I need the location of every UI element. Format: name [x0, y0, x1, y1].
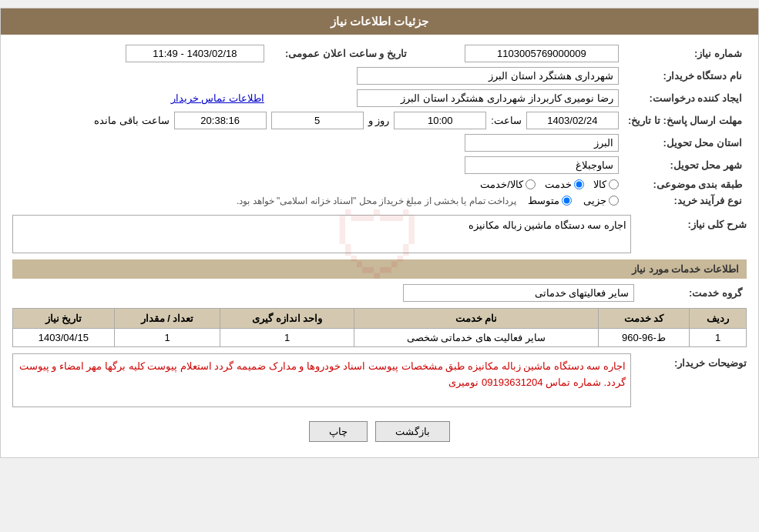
deadline-date: 1403/02/24	[526, 112, 619, 129]
cell-unit: 1	[220, 329, 354, 347]
col-header-date: تاریخ نیاز	[13, 309, 115, 329]
description-value: اجاره سه دستگاه ماشین زباله مکانیزه	[12, 215, 631, 253]
buyer-org-label: نام دستگاه خریدار:	[623, 65, 747, 87]
print-button[interactable]: چاپ	[309, 421, 368, 442]
city-value: ساوجبلاغ	[465, 156, 619, 174]
process-radio-partial[interactable]	[609, 196, 619, 206]
col-header-unit: واحد اندازه گیری	[220, 309, 354, 329]
col-header-row: ردیف	[690, 309, 747, 329]
page-header: جزئیات اطلاعات نیاز	[1, 8, 758, 35]
col-header-code: کد خدمت	[598, 309, 689, 329]
category-option-both: کالا/خدمت	[480, 179, 536, 190]
category-option-service: خدمت	[545, 179, 584, 190]
cell-date: 1403/04/15	[13, 329, 115, 347]
process-radio-medium[interactable]	[562, 196, 572, 206]
process-note: پرداخت تمام یا بخشی از مبلغ خریداز محل "…	[237, 196, 516, 206]
deadline-time: 10:00	[394, 112, 486, 129]
services-table: ردیف کد خدمت نام خدمت واحد اندازه گیری ت…	[12, 308, 747, 347]
deadline-label: مهلت ارسال پاسخ: تا تاریخ:	[623, 109, 747, 132]
deadline-time-label: ساعت:	[491, 115, 522, 126]
category-label-goods: کالا	[593, 179, 606, 190]
cell-name: سایر فعالیت های خدماتی شخصی	[354, 329, 599, 347]
service-group-row: گروه خدمت: سایر فعالیتهای خدماتی	[12, 282, 747, 304]
category-options: کالا خدمت کالا/خدمت	[17, 179, 619, 190]
creator-label: ایجاد کننده درخواست:	[623, 87, 747, 109]
city-label: شهر محل تحویل:	[623, 154, 747, 176]
creator-value: رضا نومیری کاربرداز شهرداری هشتگرد استان…	[357, 89, 619, 107]
category-label-both: کالا/خدمت	[480, 179, 523, 190]
table-row: 1 ط-96-960 سایر فعالیت های خدماتی شخصی 1…	[13, 329, 747, 347]
col-header-name: نام خدمت	[354, 309, 599, 329]
announcement-date-label: تاریخ و ساعت اعلان عمومی:	[269, 42, 423, 65]
category-radio-service[interactable]	[574, 179, 584, 189]
province-value: البرز	[465, 134, 619, 152]
cell-row: 1	[690, 329, 747, 347]
need-number-value: 1103005769000009	[465, 45, 619, 62]
category-label: طبقه بندی موضوعی:	[623, 176, 747, 192]
category-radio-both[interactable]	[526, 179, 536, 189]
description-label: شرح کلی نیاز:	[639, 215, 747, 230]
category-radio-goods[interactable]	[609, 179, 619, 189]
cell-code: ط-96-960	[598, 329, 689, 347]
deadline-days: 5	[271, 112, 364, 129]
services-section-title: اطلاعات خدمات مورد نیاز	[12, 259, 747, 279]
bottom-buttons: بازگشت چاپ	[12, 413, 747, 450]
service-group-value: سایر فعالیتهای خدماتی	[403, 284, 634, 302]
remaining-time: 20:38:16	[174, 112, 267, 129]
page-title: جزئیات اطلاعات نیاز	[331, 15, 428, 28]
process-options: جزیی متوسط پرداخت تمام یا بخشی از مبلغ خ…	[17, 195, 619, 206]
category-option-goods: کالا	[593, 179, 619, 190]
info-section: شماره نیاز: 1103005769000009 تاریخ و ساع…	[12, 42, 747, 209]
category-label-service: خدمت	[545, 179, 572, 190]
notes-label: توضیحات خریدار:	[639, 353, 747, 369]
process-label-medium: متوسط	[528, 195, 559, 206]
deadline-days-label: روز و	[368, 115, 390, 126]
process-option-partial: جزیی	[583, 195, 619, 206]
cell-count: 1	[114, 329, 220, 347]
service-group-label: گروه خدمت:	[639, 282, 747, 304]
province-label: استان محل تحویل:	[623, 132, 747, 154]
remaining-time-label: ساعت باقی مانده	[94, 115, 169, 126]
need-number-label: شماره نیاز:	[623, 42, 747, 65]
process-label: نوع فرآیند خرید:	[623, 192, 747, 209]
contact-link[interactable]: اطلاعات تماس خریدار	[171, 92, 264, 104]
col-header-count: تعداد / مقدار	[114, 309, 220, 329]
process-label-partial: جزیی	[583, 195, 606, 206]
notes-value: اجاره سه دستگاه ماشین زباله مکانیزه طبق …	[12, 353, 631, 407]
process-option-medium: متوسط	[528, 195, 572, 206]
announcement-date-value: 1403/02/18 - 11:49	[126, 45, 264, 62]
buyer-org-value: شهرداری هشتگرد استان البرز	[357, 67, 619, 85]
back-button[interactable]: بازگشت	[375, 421, 450, 442]
